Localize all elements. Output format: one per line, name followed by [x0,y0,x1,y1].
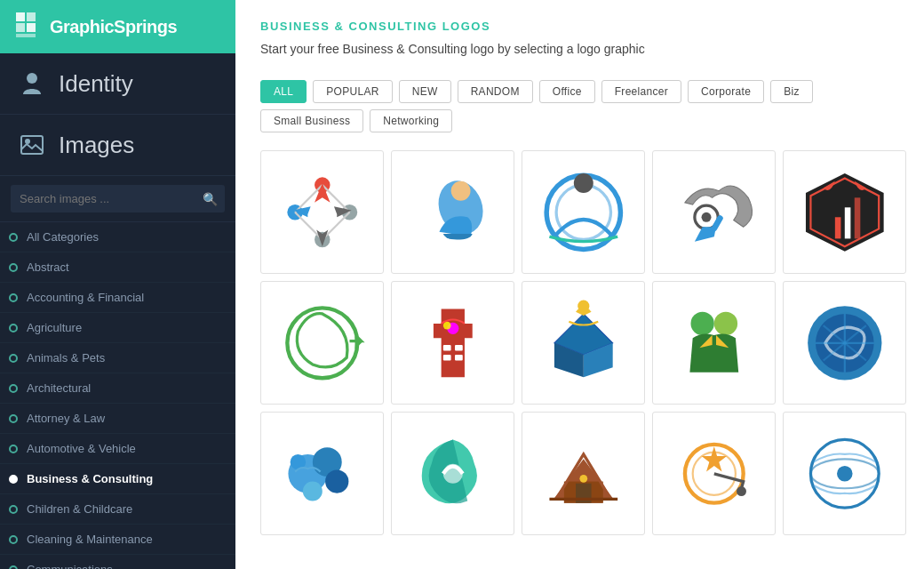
category-item-attorney[interactable]: Attorney & Law [0,404,235,434]
category-label: Attorney & Law [27,412,105,425]
logo-card-6[interactable] [260,281,384,405]
svg-rect-3 [27,23,36,32]
category-item-automotive[interactable]: Automotive & Vehicle [0,434,235,464]
cat-dot [9,565,18,570]
svg-point-50 [737,486,746,496]
cat-dot [9,445,18,453]
category-label: Automotive & Vehicle [27,442,136,455]
filter-btn-small_business[interactable]: Small Business [260,109,363,132]
logo-card-11[interactable] [260,412,384,535]
logo-card-12[interactable] [391,412,514,535]
filter-btn-freelancer[interactable]: Freelancer [601,80,681,103]
filter-btn-biz[interactable]: Biz [770,80,813,103]
sidebar: GraphicSprings Identity Images 🔍 All Cat… [0,0,235,569]
search-input[interactable] [11,185,225,212]
identity-label: Identity [59,70,133,98]
filter-btn-office[interactable]: Office [539,80,595,103]
filter-btn-all[interactable]: ALL [260,80,307,103]
main-header: BUSINESS & CONSULTING LOGOS Start your f… [235,0,924,71]
cat-dot [9,475,18,484]
logo-card-5[interactable] [783,150,906,274]
category-item-agriculture[interactable]: Agriculture [0,313,235,343]
logo-card-10[interactable] [783,281,906,405]
svg-rect-24 [835,217,841,238]
svg-point-19 [556,185,610,239]
svg-rect-31 [455,355,463,361]
svg-rect-1 [27,12,36,21]
svg-point-42 [303,481,323,501]
section-desc: Start your free Business & Consulting lo… [260,40,899,59]
logo-grid-wrap [235,141,924,569]
logo-text: GraphicSprings [50,17,177,37]
category-label: Business & Consulting [27,472,153,485]
category-item-cleaning[interactable]: Cleaning & Maintenance [0,525,235,555]
svg-point-36 [714,311,737,334]
svg-rect-25 [845,207,851,238]
cat-dot [9,354,18,363]
filter-btn-corporate[interactable]: Corporate [688,80,764,103]
svg-rect-29 [455,345,463,351]
category-item-children[interactable]: Children & Childcare [0,494,235,525]
cat-dot [9,293,18,302]
cat-dot [9,233,18,242]
svg-point-17 [450,180,470,200]
logo-card-1[interactable] [260,150,384,274]
logo-card-4[interactable] [652,150,776,274]
category-label: Cleaning & Maintenance [27,533,153,546]
filter-btn-new[interactable]: NEW [399,80,451,103]
filter-btn-random[interactable]: RANDOM [458,80,533,103]
svg-point-22 [701,212,711,222]
svg-rect-28 [443,345,451,351]
sidebar-logo[interactable]: GraphicSprings [0,0,235,53]
sidebar-nav-images[interactable]: Images [0,115,235,176]
cat-dot [9,505,18,514]
svg-line-15 [323,212,350,240]
svg-point-47 [579,475,587,483]
svg-point-7 [25,139,30,144]
cat-dot [9,535,18,544]
identity-icon [18,69,46,98]
sidebar-nav-identity[interactable]: Identity [0,53,235,115]
category-label: Abstract [27,260,69,274]
category-item-abstract[interactable]: Abstract [0,252,235,283]
section-title: BUSINESS & CONSULTING LOGOS [260,20,899,33]
logo-card-13[interactable] [522,412,645,535]
images-icon [18,131,46,159]
logo-grid [260,150,906,535]
svg-rect-30 [443,355,451,361]
logo-card-9[interactable] [652,281,776,405]
svg-rect-4 [16,34,36,37]
category-label: Architectural [27,381,91,395]
category-list: All CategoriesAbstractAccounting & Finan… [0,222,235,569]
cat-dot [9,414,18,423]
logo-card-7[interactable] [391,281,514,405]
category-item-all[interactable]: All Categories [0,222,235,252]
svg-point-53 [837,466,853,482]
images-label: Images [59,132,134,159]
svg-rect-0 [16,12,25,21]
category-item-accounting[interactable]: Accounting & Financial [0,283,235,313]
svg-point-34 [578,300,589,311]
search-icon: 🔍 [203,192,218,206]
logo-card-14[interactable] [652,412,776,535]
search-bar: 🔍 [0,176,235,222]
logo-card-8[interactable] [522,281,645,405]
category-item-animals[interactable]: Animals & Pets [0,343,235,373]
category-label: Children & Childcare [27,502,132,516]
svg-point-41 [325,469,348,493]
category-label: Communications [27,563,113,569]
logo-card-3[interactable] [522,150,645,274]
svg-point-5 [27,73,37,84]
category-label: Accounting & Financial [27,291,144,304]
category-item-communications[interactable]: Communications [0,555,235,569]
filter-bar: ALLPOPULARNEWRANDOMOfficeFreelancerCorpo… [235,71,924,141]
category-item-business[interactable]: Business & Consulting [0,464,235,494]
logo-card-15[interactable] [783,412,906,535]
cat-dot [9,384,18,393]
cat-dot [9,263,18,272]
logo-card-2[interactable] [391,150,514,274]
filter-btn-networking[interactable]: Networking [370,109,452,132]
filter-btn-popular[interactable]: POPULAR [313,80,392,103]
svg-point-35 [690,311,713,334]
category-item-architectural[interactable]: Architectural [0,373,235,404]
